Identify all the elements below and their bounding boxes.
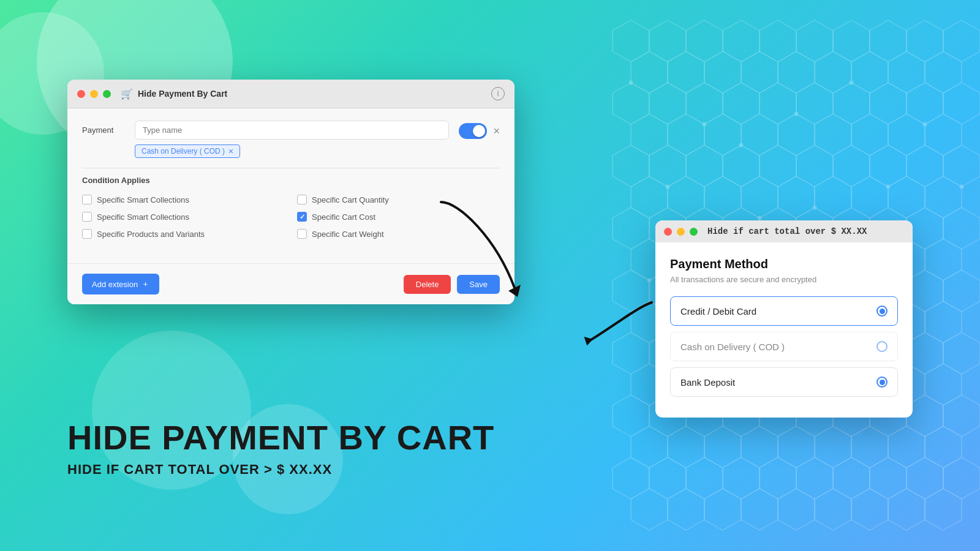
condition-checkbox-col1row3[interactable] [82, 229, 92, 239]
condition-checkbox-col1row2[interactable] [82, 212, 92, 222]
window-close-btn[interactable] [77, 90, 85, 98]
svg-marker-153 [796, 457, 833, 499]
svg-marker-145 [851, 426, 888, 468]
svg-marker-19 [612, 83, 649, 124]
condition-label-col2row2: Specific Cart Cost [312, 212, 375, 222]
svg-marker-26 [870, 83, 907, 124]
condition-item: Specific Cart Weight [297, 229, 500, 239]
svg-marker-13 [741, 51, 778, 93]
svg-marker-161 [741, 489, 778, 530]
plus-icon: ＋ [141, 279, 149, 290]
conditions-grid: Specific Smart CollectionsSpecific Cart … [82, 195, 500, 239]
svg-marker-22 [723, 83, 760, 124]
condition-checkbox-col2row2[interactable] [297, 212, 307, 222]
condition-checkbox-col2row1[interactable] [297, 195, 307, 204]
svg-marker-164 [851, 489, 888, 530]
svg-marker-128 [925, 364, 962, 405]
svg-marker-154 [833, 457, 870, 499]
condition-item: Specific Products and Variants [82, 229, 285, 239]
svg-point-83 [813, 206, 816, 209]
tag-label: Cash on Delivery ( COD ) [141, 147, 225, 156]
svg-marker-143 [778, 426, 815, 468]
right-window-content: Payment Method All transactions are secu… [655, 242, 913, 418]
window-title: Hide Payment By Cart [138, 89, 227, 99]
radio-btn-1[interactable] [876, 341, 888, 352]
svg-marker-41 [723, 145, 760, 187]
svg-marker-48 [631, 176, 668, 218]
svg-marker-66 [943, 208, 980, 249]
condition-label-col1row1: Specific Smart Collections [97, 195, 189, 204]
svg-marker-8 [907, 20, 943, 62]
svg-marker-2 [686, 20, 723, 62]
tag-close-btn[interactable]: × [228, 147, 233, 156]
svg-marker-12 [704, 51, 741, 93]
condition-label-col2row1: Specific Cart Quantity [312, 195, 389, 204]
payment-option-0[interactable]: Credit / Debit Card [670, 296, 898, 326]
svg-marker-43 [796, 145, 833, 187]
payment-option-label-1: Cash on Delivery ( COD ) [680, 342, 785, 352]
svg-marker-24 [796, 83, 833, 124]
svg-marker-163 [815, 489, 851, 530]
svg-marker-16 [851, 51, 888, 93]
condition-label-col1row2: Specific Smart Collections [97, 212, 189, 222]
svg-marker-139 [631, 426, 668, 468]
svg-marker-35 [851, 114, 888, 156]
svg-marker-157 [943, 457, 980, 499]
divider [82, 168, 500, 168]
right-window-close-btn[interactable] [664, 228, 672, 236]
payment-name-input[interactable] [135, 121, 449, 140]
svg-point-78 [850, 81, 853, 84]
svg-marker-40 [686, 145, 723, 187]
svg-marker-156 [907, 457, 943, 499]
svg-marker-119 [943, 332, 980, 374]
svg-marker-50 [704, 176, 741, 218]
svg-point-86 [758, 216, 761, 220]
condition-checkbox-col2row3[interactable] [297, 229, 307, 239]
condition-item: Specific Smart Collections [82, 212, 285, 222]
svg-marker-53 [815, 176, 851, 218]
svg-marker-49 [668, 176, 704, 218]
radio-btn-2[interactable] [876, 377, 888, 388]
radio-btn-0[interactable] [876, 305, 888, 317]
svg-marker-91 [612, 270, 649, 312]
hero-text-block: HIDE PAYMENT BY CART HIDE IF CART TOTAL … [67, 419, 494, 478]
save-btn[interactable]: Save [457, 275, 500, 294]
payment-option-label-0: Credit / Debit Card [680, 306, 756, 317]
svg-marker-155 [870, 457, 907, 499]
condition-checkbox-col1row1[interactable] [82, 195, 92, 204]
svg-marker-56 [925, 176, 962, 218]
svg-marker-52 [778, 176, 815, 218]
window-maximize-btn[interactable] [103, 90, 111, 98]
svg-marker-110 [612, 332, 649, 374]
svg-marker-158 [631, 489, 668, 530]
svg-marker-33 [778, 114, 815, 156]
right-window: Hide if cart total over $ XX.XX Payment … [655, 220, 913, 418]
payment-option-2[interactable]: Bank Deposit [670, 367, 898, 397]
payment-close-btn[interactable]: × [493, 126, 500, 137]
svg-marker-162 [778, 489, 815, 530]
svg-marker-11 [668, 51, 704, 93]
svg-marker-30 [668, 114, 704, 156]
window-minimize-btn[interactable] [90, 90, 98, 98]
payment-toggle[interactable] [459, 123, 487, 139]
condition-title: Condition Applies [82, 176, 500, 185]
svg-marker-151 [723, 457, 760, 499]
svg-marker-25 [833, 83, 870, 124]
cart-icon: 🛒 [121, 88, 133, 100]
right-window-minimize-btn[interactable] [677, 228, 685, 236]
svg-marker-23 [760, 83, 796, 124]
payment-option-1[interactable]: Cash on Delivery ( COD ) [670, 332, 898, 361]
svg-marker-144 [815, 426, 851, 468]
svg-marker-159 [668, 489, 704, 530]
svg-marker-150 [686, 457, 723, 499]
svg-marker-141 [704, 426, 741, 468]
footer-right-area: Delete Save [404, 275, 500, 294]
main-window: 🛒 Hide Payment By Cart i Payment Cash on… [67, 80, 514, 304]
payment-options-list: Credit / Debit CardCash on Delivery ( CO… [670, 296, 898, 397]
delete-btn[interactable]: Delete [404, 275, 451, 294]
right-window-maximize-btn[interactable] [690, 228, 698, 236]
window-titlebar: 🛒 Hide Payment By Cart i [67, 80, 514, 108]
toggle-close-area: × [459, 121, 500, 139]
add-extension-btn[interactable]: Add extesion ＋ [82, 274, 159, 294]
info-icon[interactable]: i [491, 87, 505, 100]
